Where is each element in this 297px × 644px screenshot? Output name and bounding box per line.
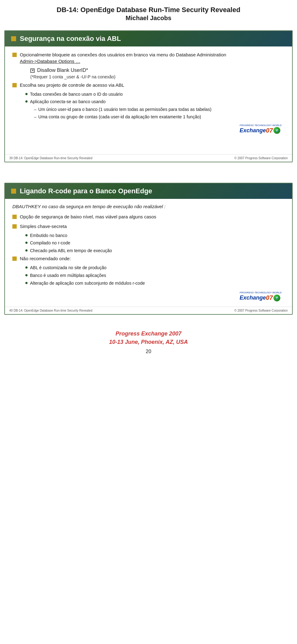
slide2-sub6-text: Alteração de aplicação com subconjunto d… [30, 280, 145, 287]
dot-s2-3 [25, 249, 28, 252]
slide1-bullet1-text: Opcionalmente bloqueie as conexões dos u… [20, 51, 226, 64]
slide1-footer-right: © 2007 Progress Software Corporation [235, 156, 288, 160]
dot-s2-2 [25, 242, 28, 244]
slide-2-title-bar: Ligando R-code para o Banco OpenEdge [5, 183, 292, 199]
bullet-icon-s2-2 [12, 224, 17, 229]
footer-event-line1: Progress Exchange 2007 [0, 330, 297, 338]
slide2-bullet1-text: Opção de segurança de baixo nível, mas v… [20, 213, 156, 220]
slide2-bullet2-text: Simples chave-secreta [20, 223, 67, 230]
slide2-sub1-text: Embutido no banco [30, 233, 67, 239]
slide-title-icon [11, 36, 16, 41]
slide1-subsub1: – Um único user-id para o banco (1 usuár… [34, 107, 285, 113]
dot-icon-2 [25, 100, 28, 103]
slide1-sub1-text: Todas conexões de banco usam o ID do usu… [30, 91, 123, 98]
bullet-icon-1 [12, 53, 17, 57]
author-name: Michael Jacobs [12, 15, 285, 22]
dot-s2-4 [25, 266, 28, 269]
page-title: DB-14: OpenEdge Database Run-Time Securi… [12, 6, 285, 15]
slide-2: Ligando R-code para o Banco OpenEdge DBA… [4, 183, 293, 315]
slide2-bullet2-sub2: Compilado no r-code [25, 240, 285, 246]
spacer [0, 168, 297, 177]
page-header: DB-14: OpenEdge Database Run-Time Securi… [0, 0, 297, 25]
slide2-bullet2: Simples chave-secreta [12, 223, 285, 230]
slide1-logo-area: PROGRESS TECHNOLOGY WORLD Exchange 07 🌍 [12, 124, 282, 134]
globe-icon-1: 🌍 [273, 127, 280, 134]
slide1-checkbox-item: ✕ Disallow Blank UserID* [30, 68, 285, 73]
exchange-logo-2: PROGRESS TECHNOLOGY WORLD Exchange 07 🌍 [240, 291, 282, 301]
slide2-footer-right: © 2007 Progress Software Corporation [235, 309, 288, 312]
slide2-bullet1: Opção de segurança de baixo nível, mas v… [12, 213, 285, 220]
slide2-intro: DBAUTHKEY no caso da segunça em tempo de… [12, 204, 285, 209]
slide-1-title: Segurança na conexão via ABL [20, 35, 121, 43]
checkbox-icon: ✕ [30, 68, 35, 73]
slide2-footer-left: 40 DB-14: OpenEdge Database Run-time Sec… [9, 309, 92, 312]
page-footer: Progress Exchange 2007 10-13 June, Phoen… [0, 320, 297, 361]
slide1-sub2: Aplicação conecta-se ao banco usando [25, 99, 285, 105]
slide-title-icon-2 [11, 189, 16, 194]
slide2-bullet3-sub1: ABL é customizada no site de produção [25, 265, 285, 271]
slide1-sub1: Todas conexões de banco usam o ID do usu… [25, 91, 285, 98]
slide1-subsub1-text: Um único user-id para o banco (1 usuário… [38, 107, 212, 113]
exchange-logo-text-1: Exchange 07 🌍 [240, 127, 280, 134]
dot-icon-1 [25, 93, 28, 95]
slide2-bullet3: Não recomendado onde: [12, 255, 285, 262]
exchange-logo-1: PROGRESS TECHNOLOGY WORLD Exchange 07 🌍 [240, 124, 282, 134]
slide2-bullet2-sub3: Checado pela ABL em tempo de execução [25, 248, 285, 254]
dot-s2-1 [25, 234, 28, 236]
slide1-note: (*Requer 1 conta _user & -U/-P na conexã… [30, 74, 285, 79]
slide2-sub4-text: ABL é customizada no site de produção [30, 265, 106, 271]
slide2-bullet3-sub2: Banco é usado em múltiplas aplicações [25, 273, 285, 279]
slide-1-title-bar: Segurança na conexão via ABL [5, 31, 292, 46]
slide2-sub3-text: Checado pela ABL em tempo de execução [30, 248, 112, 254]
slide2-sub5-text: Banco é usado em múltiplas aplicações [30, 273, 106, 279]
slide2-sub2-text: Compilado no r-code [30, 240, 70, 246]
slide1-bullet2-text: Escolha seu projeto de controle de acess… [20, 82, 124, 88]
slide-1: Segurança na conexão via ABL Opcionalmen… [4, 30, 293, 162]
footer-page-number: 20 [0, 349, 297, 354]
slide1-bullet2: Escolha seu projeto de controle de acess… [12, 82, 285, 88]
slide1-admin-link: Admin->Database Options … [20, 59, 80, 64]
slide2-bullet3-sub3: Alteração de aplicação com subconjunto d… [25, 280, 285, 287]
footer-event-line2: 10-13 June, Phoenix, AZ, USA [0, 338, 297, 346]
slide1-checkbox-label: Disallow Blank UserID* [37, 68, 88, 73]
globe-icon-2: 🌍 [273, 295, 280, 301]
progress-text-2: PROGRESS TECHNOLOGY WORLD [240, 291, 282, 294]
slide-2-content: DBAUTHKEY no caso da segunça em tempo de… [5, 199, 292, 304]
progress-text-1: PROGRESS TECHNOLOGY WORLD [240, 124, 282, 127]
slide-2-footer: 40 DB-14: OpenEdge Database Run-time Sec… [5, 307, 292, 314]
slide-1-footer: 39 DB-14: OpenEdge Database Run-time Sec… [5, 154, 292, 162]
slide1-subsub2: – Uma conta ou grupo de contas (cada use… [34, 114, 285, 120]
slide1-subsub2-text: Uma conta ou grupo de contas (cada user-… [38, 114, 201, 120]
bullet-icon-2 [12, 83, 17, 87]
dash-icon-1: – [34, 107, 37, 112]
slide1-indent-section: ✕ Disallow Blank UserID* (*Requer 1 cont… [21, 68, 285, 79]
slide1-bullet1: Opcionalmente bloqueie as conexões dos u… [12, 51, 285, 64]
slide-2-title: Ligando R-code para o Banco OpenEdge [20, 187, 152, 195]
slide2-bullet2-sub1: Embutido no banco [25, 233, 285, 239]
dot-s2-5 [25, 274, 28, 276]
dash-icon-2: – [34, 114, 37, 119]
slide2-logo-area: PROGRESS TECHNOLOGY WORLD Exchange 07 🌍 [12, 291, 282, 301]
slide-1-content: Opcionalmente bloqueie as conexões dos u… [5, 46, 292, 152]
exchange-logo-text-2: Exchange 07 🌍 [240, 294, 280, 301]
slide1-footer-left: 39 DB-14: OpenEdge Database Run-time Sec… [9, 156, 92, 160]
slide1-sub2-text: Aplicação conecta-se ao banco usando [30, 99, 105, 105]
bullet-icon-s2-3 [12, 256, 17, 261]
slide2-bullet3-text: Não recomendado onde: [20, 255, 71, 262]
bullet-icon-s2-1 [12, 215, 17, 219]
dot-s2-6 [25, 282, 28, 284]
